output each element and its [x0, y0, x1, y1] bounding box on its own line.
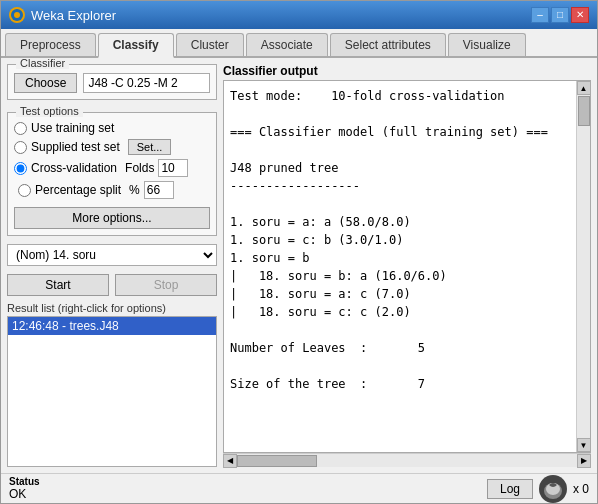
- output-area: Test mode: 10-fold cross-validation === …: [223, 80, 591, 453]
- result-list-box: Result list (right-click for options) 12…: [7, 302, 217, 467]
- more-options-button[interactable]: More options...: [14, 207, 210, 229]
- scroll-track-v: [577, 95, 590, 438]
- window-title: Weka Explorer: [31, 8, 116, 23]
- main-content: Classifier Choose J48 -C 0.25 -M 2 Test …: [1, 58, 597, 473]
- tab-classify[interactable]: Classify: [98, 33, 174, 58]
- app-icon: [9, 7, 25, 23]
- folds-input[interactable]: [158, 159, 188, 177]
- scroll-thumb-h[interactable]: [237, 455, 317, 467]
- title-bar-left: Weka Explorer: [9, 7, 116, 23]
- log-button[interactable]: Log: [487, 479, 533, 499]
- result-list: 12:46:48 - trees.J48: [7, 316, 217, 467]
- right-panel: Classifier output Test mode: 10-fold cro…: [223, 64, 591, 467]
- tabs-bar: Preprocess Classify Cluster Associate Se…: [1, 29, 597, 58]
- test-options-label: Test options: [16, 105, 83, 117]
- weka-icon: [539, 475, 567, 503]
- window-controls: – □ ✕: [531, 7, 589, 23]
- use-training-row: Use training set: [14, 119, 210, 137]
- output-text[interactable]: Test mode: 10-fold cross-validation === …: [224, 81, 576, 452]
- action-row: Start Stop: [7, 274, 217, 296]
- horizontal-scrollbar: ◀ ▶: [223, 453, 591, 467]
- percent-input[interactable]: [144, 181, 174, 199]
- set-button[interactable]: Set...: [128, 139, 172, 155]
- percentage-split-radio[interactable]: [18, 184, 31, 197]
- status-bar: Status OK Log x 0: [1, 473, 597, 503]
- use-training-radio[interactable]: [14, 122, 27, 135]
- scroll-up-arrow[interactable]: ▲: [577, 81, 591, 95]
- scroll-down-arrow[interactable]: ▼: [577, 438, 591, 452]
- result-list-label: Result list (right-click for options): [7, 302, 217, 314]
- status-value: OK: [9, 487, 40, 501]
- percent-symbol: %: [129, 183, 140, 197]
- status-left: Status OK: [9, 476, 40, 501]
- minimize-button[interactable]: –: [531, 7, 549, 23]
- status-label: Status: [9, 476, 40, 487]
- supplied-test-radio[interactable]: [14, 141, 27, 154]
- classifier-group: Classifier Choose J48 -C 0.25 -M 2: [7, 64, 217, 100]
- cross-validation-radio[interactable]: [14, 162, 27, 175]
- output-label: Classifier output: [223, 64, 591, 78]
- tab-associate[interactable]: Associate: [246, 33, 328, 56]
- test-options-group: Test options Use training set Supplied t…: [7, 112, 217, 236]
- tab-visualize[interactable]: Visualize: [448, 33, 526, 56]
- classifier-group-label: Classifier: [16, 58, 69, 69]
- target-dropdown-row: (Nom) 14. soru: [7, 244, 217, 266]
- start-button[interactable]: Start: [7, 274, 109, 296]
- scroll-right-arrow[interactable]: ▶: [577, 454, 591, 468]
- target-select[interactable]: (Nom) 14. soru: [7, 244, 217, 266]
- result-item[interactable]: 12:46:48 - trees.J48: [8, 317, 216, 335]
- percentage-split-label[interactable]: Percentage split: [35, 183, 121, 197]
- close-button[interactable]: ✕: [571, 7, 589, 23]
- tab-select-attributes[interactable]: Select attributes: [330, 33, 446, 56]
- tab-preprocess[interactable]: Preprocess: [5, 33, 96, 56]
- scroll-thumb-v[interactable]: [578, 96, 590, 126]
- scroll-track-h: [237, 454, 577, 467]
- tab-cluster[interactable]: Cluster: [176, 33, 244, 56]
- x-count: x 0: [573, 482, 589, 496]
- cross-validation-row: Cross-validation Folds: [14, 157, 210, 179]
- main-window: Weka Explorer – □ ✕ Preprocess Classify …: [0, 0, 598, 504]
- use-training-label[interactable]: Use training set: [31, 121, 114, 135]
- left-panel: Classifier Choose J48 -C 0.25 -M 2 Test …: [7, 64, 217, 467]
- supplied-test-label[interactable]: Supplied test set: [31, 140, 120, 154]
- classifier-row: Choose J48 -C 0.25 -M 2: [14, 73, 210, 93]
- percentage-split-row: Percentage split %: [14, 179, 210, 201]
- title-bar: Weka Explorer – □ ✕: [1, 1, 597, 29]
- stop-button[interactable]: Stop: [115, 274, 217, 296]
- svg-point-1: [14, 12, 20, 18]
- supplied-test-row: Supplied test set Set...: [14, 137, 210, 157]
- folds-label: Folds: [125, 161, 154, 175]
- maximize-button[interactable]: □: [551, 7, 569, 23]
- scroll-left-arrow[interactable]: ◀: [223, 454, 237, 468]
- choose-button[interactable]: Choose: [14, 73, 77, 93]
- vertical-scrollbar: ▲ ▼: [576, 81, 590, 452]
- status-right: Log x 0: [487, 475, 589, 503]
- classifier-value: J48 -C 0.25 -M 2: [83, 73, 210, 93]
- cross-validation-label[interactable]: Cross-validation: [31, 161, 117, 175]
